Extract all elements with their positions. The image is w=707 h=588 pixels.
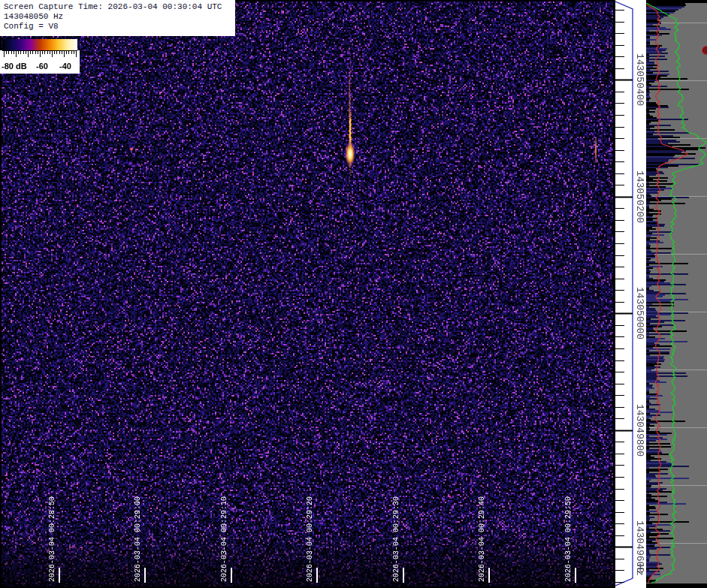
colorbar-ruler-ticks <box>0 50 80 60</box>
frequency-axis-strip: 1430504001430502001430500001430498001430… <box>615 0 646 588</box>
frequency-tick-label: 143050200 <box>634 170 645 223</box>
intensity-colorbar-scale: -80 dB -60 -40 <box>0 50 80 74</box>
meteor-spectrogram-screen: 2026-03-04 00:28:502026-03-04 00:29:0020… <box>0 0 707 588</box>
time-axis-label: 2026-03-04 00:29:50 <box>564 496 573 582</box>
colorbar-label-80db: -80 dB <box>2 62 27 71</box>
live-spectrum-panel-canvas <box>646 0 707 588</box>
receiver-frequency-text: 143048050 Hz <box>4 12 235 22</box>
frequency-tick-label: 143050000 <box>634 287 645 339</box>
time-tick <box>144 568 146 583</box>
capture-info-box: Screen Capture Time: 2026-03-04 00:30:04… <box>0 0 235 36</box>
time-tick <box>488 568 490 583</box>
frequency-tick-label: 143050400 <box>634 53 645 106</box>
time-axis-label: 2026-03-04 00:29:10 <box>220 496 228 582</box>
time-tick <box>231 568 232 583</box>
frequency-unit-label: Hz <box>634 564 645 576</box>
config-text: Config = V8 <box>4 22 235 32</box>
time-axis-label: 2026-03-04 00:29:20 <box>306 496 314 582</box>
colorbar-label-40db: -40 <box>59 62 71 71</box>
frequency-tick-label: 143049800 <box>634 404 645 457</box>
colorbar-label-60db: -60 <box>36 62 48 71</box>
capture-time-text: Screen Capture Time: 2026-03-04 00:30:04… <box>4 2 235 12</box>
time-axis-label: 2026-03-04 00:29:30 <box>392 496 400 582</box>
time-tick <box>59 568 60 583</box>
time-axis-label: 2026-03-04 00:29:40 <box>478 496 486 582</box>
time-tick <box>316 568 318 583</box>
time-axis-label: 2026-03-04 00:29:00 <box>134 496 142 582</box>
time-tick <box>575 568 576 583</box>
intensity-colorbar-gradient <box>2 39 77 50</box>
time-axis-label: 2026-03-04 00:28:50 <box>48 496 56 582</box>
time-tick <box>403 568 404 583</box>
